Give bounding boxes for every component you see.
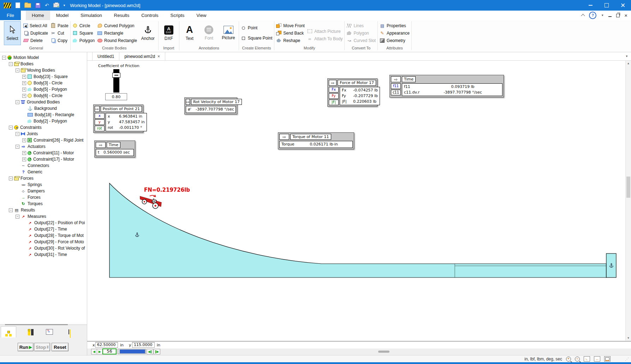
meter-position-of-point[interactable]: ⇨ Position of Point 21 x y rot x6.963841…	[93, 105, 143, 133]
round-rectangle-tool-button[interactable]: Round Rectangle	[97, 37, 137, 44]
stop-button[interactable]: Stop‖	[34, 343, 50, 351]
collapse-ribbon-icon[interactable]	[581, 14, 585, 18]
tree-item[interactable]: Output[22] - Position of Poi	[0, 220, 87, 226]
meter-button-fx[interactable]: Fx	[329, 87, 339, 93]
square-tool-button[interactable]: Square	[72, 29, 95, 37]
list-view-tab[interactable]	[21, 326, 37, 338]
reshape-button[interactable]: Reshape	[276, 37, 305, 44]
select-button[interactable]: Select	[4, 21, 21, 45]
tree-item[interactable]: −Joints	[0, 131, 87, 137]
expand-icon[interactable]: +	[22, 151, 26, 155]
collapse-icon[interactable]: −	[9, 177, 13, 180]
collapse-icon[interactable]: −	[9, 62, 13, 66]
move-front-button[interactable]: Move Front	[276, 22, 305, 29]
dxf-button[interactable]: ADXF DXF	[160, 21, 177, 45]
tree-item[interactable]: Output[29] - Force of Moto	[0, 239, 87, 245]
tree-item[interactable]: Dampers	[0, 188, 87, 194]
point-tool-button[interactable]: Point	[241, 24, 272, 32]
tree-item[interactable]: +Body[23] - Square	[0, 73, 87, 80]
collapse-icon[interactable]: −	[16, 68, 19, 72]
meter-button-f11[interactable]: f11	[391, 83, 401, 89]
expand-icon[interactable]: +	[22, 94, 26, 98]
x-coord-field[interactable]: 62.50000	[95, 342, 118, 348]
tree-item[interactable]: −Moving Bodies	[0, 67, 87, 73]
text-button[interactable]: A Text	[181, 21, 198, 45]
tab-file[interactable]: File	[0, 11, 21, 20]
tree-item[interactable]: Body[2] - Polygon	[0, 118, 87, 124]
scroll-up-icon[interactable]: ▲	[626, 61, 631, 66]
meter-arrow-icon[interactable]: ⇨	[329, 80, 337, 86]
meter-time-table[interactable]: ⇨ Time f11 c11 f110.093719 lb c11.dv.r-3…	[389, 75, 504, 97]
circle-tool-button[interactable]: Circle	[72, 22, 95, 29]
tree-view-tab[interactable]	[1, 326, 16, 338]
tree-item[interactable]: Output[27] - Time	[0, 226, 87, 232]
meter-arrow-icon[interactable]: ⇨	[96, 142, 106, 148]
convert-lines-button[interactable]: Lines	[346, 22, 376, 29]
new-document-icon[interactable]	[16, 2, 20, 8]
scroll-down-icon[interactable]: ▼	[626, 335, 631, 341]
appearance-button[interactable]: ✎Appearance	[380, 29, 410, 37]
tree-item[interactable]: Forces	[0, 194, 87, 201]
delete-button[interactable]: Delete	[23, 37, 48, 44]
tree-item[interactable]: Output[30] - Rot Velocity of	[0, 245, 87, 251]
close-button[interactable]: ✕	[615, 0, 631, 11]
tree-item[interactable]: Output[31] - Time	[0, 251, 87, 258]
open-file-icon[interactable]	[24, 3, 31, 8]
tree-item[interactable]: +Body[5] - Polygon	[0, 86, 87, 93]
cut-button[interactable]: ✂Cut	[50, 29, 69, 37]
friction-slider-handle[interactable]	[112, 73, 120, 78]
tree-item[interactable]: −Constraints	[0, 124, 87, 131]
tree-item[interactable]: Torques	[0, 201, 87, 207]
polygon-tool-button[interactable]: Polygon	[72, 37, 95, 44]
jump-end-button[interactable]: ▶	[154, 349, 160, 354]
expand-icon[interactable]: +	[22, 88, 26, 91]
document-minimize-icon[interactable]	[608, 16, 612, 17]
tree-item[interactable]: Springs	[0, 181, 87, 188]
duplicate-button[interactable]: Duplicate	[23, 29, 48, 37]
collapse-icon[interactable]: −	[16, 145, 19, 149]
font-button[interactable]: Font	[201, 21, 218, 45]
expand-icon[interactable]: +	[22, 81, 26, 85]
meter-button-fy[interactable]: Fy	[329, 93, 339, 99]
fit-width-icon[interactable]: ↔	[594, 356, 600, 362]
tab-view[interactable]: View	[190, 11, 212, 20]
convert-curved-slot-button[interactable]: ↝Curved Slot	[346, 37, 376, 44]
tree-item[interactable]: Body[18] - Rectangle	[0, 112, 87, 118]
play-button[interactable]: ▶	[97, 349, 103, 354]
tree-item[interactable]: Generic	[0, 169, 87, 175]
run-button[interactable]: Run▶	[18, 343, 34, 351]
collapse-icon[interactable]: −	[2, 56, 6, 60]
tab-controls[interactable]: Controls	[135, 11, 164, 20]
send-back-button[interactable]: Send Back	[276, 29, 305, 37]
collapse-icon[interactable]: −	[9, 126, 13, 130]
print-icon[interactable]	[53, 3, 59, 7]
tab-list-caret-icon[interactable]: ▼	[625, 55, 628, 58]
simulation-canvas[interactable]: FN=0.219726lb Coefficient of Friction 0.…	[87, 61, 631, 341]
select-all-button[interactable]: Select All	[23, 22, 48, 29]
document-close-icon[interactable]: ×	[624, 13, 627, 18]
anchor-button[interactable]: Anchor	[139, 21, 156, 45]
jump-start-button[interactable]: ◀	[147, 349, 153, 354]
rectangle-tool-button[interactable]: Rectangle	[97, 29, 137, 37]
meter-force-of-motor[interactable]: ⇨ Force of Motor 17 Fx Fy |F| Fx-0.07425…	[327, 78, 377, 107]
meter-torque[interactable]: ⇨ Torque of Motor 11 Torque0.026171 lb·i…	[278, 132, 354, 149]
reset-button[interactable]: Reset	[52, 343, 69, 351]
panel-splitter[interactable]	[0, 324, 87, 325]
meter-rot-velocity[interactable]: ⇨ Rot Velocity of Motor 17 ø'-3897.70779…	[184, 97, 237, 114]
expand-icon[interactable]: +	[22, 75, 26, 79]
tree-item[interactable]: Background	[0, 105, 87, 112]
meter-arrow-icon[interactable]: ⇨	[391, 76, 401, 82]
convert-polygon-button[interactable]: Polygon	[346, 29, 376, 37]
curved-polygon-tool-button[interactable]: Curved Polygon	[97, 22, 137, 29]
resize-grip[interactable]: ⋰	[625, 357, 629, 362]
tree-item[interactable]: −Motion Model	[0, 54, 87, 61]
zoom-in-icon[interactable]: +	[566, 357, 571, 362]
horizontal-scroll-thumb[interactable]	[378, 351, 389, 353]
document-restore-icon[interactable]	[616, 14, 620, 17]
tree-item[interactable]: −Results	[0, 207, 87, 213]
frame-counter[interactable]: 56	[102, 348, 117, 354]
tree-item[interactable]: −Actuators	[0, 143, 87, 150]
meter-arrow-icon[interactable]: ⇨	[279, 134, 289, 140]
meter-button-y[interactable]: y	[95, 119, 105, 125]
save-icon[interactable]	[35, 3, 41, 8]
